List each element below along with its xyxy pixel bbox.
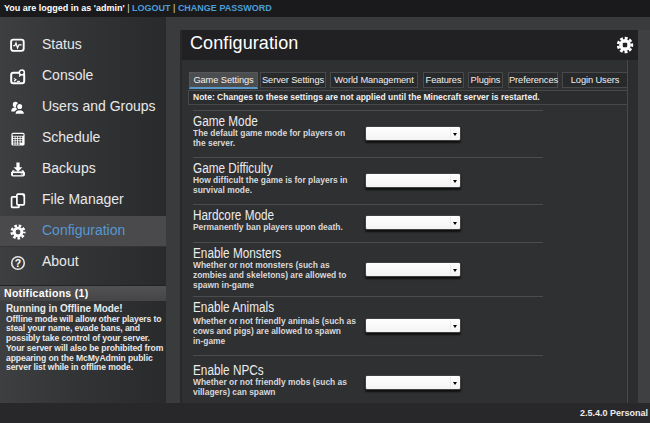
svg-text:?: ? bbox=[15, 257, 21, 269]
